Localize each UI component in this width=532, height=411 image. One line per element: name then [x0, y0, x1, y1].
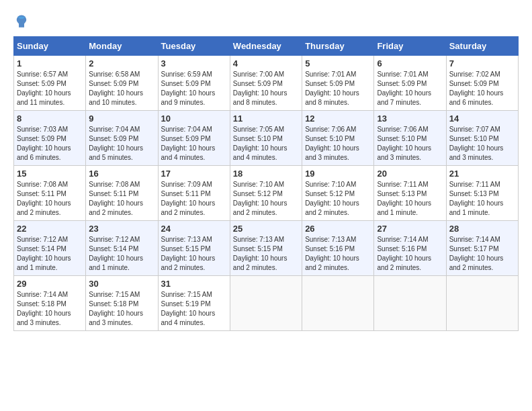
day-info: Sunrise: 7:01 AMSunset: 5:09 PMDaylight:…	[377, 71, 431, 106]
calendar-cell	[230, 276, 302, 331]
calendar-cell: 31 Sunrise: 7:15 AMSunset: 5:19 PMDaylig…	[158, 276, 230, 331]
day-number: 3	[161, 58, 227, 68]
calendar-cell: 10 Sunrise: 7:04 AMSunset: 5:09 PMDaylig…	[158, 111, 230, 166]
weekday-header: Friday	[374, 37, 446, 56]
day-number: 21	[449, 169, 515, 179]
day-number: 15	[17, 169, 83, 179]
calendar-cell: 5 Sunrise: 7:01 AMSunset: 5:09 PMDayligh…	[302, 56, 374, 111]
calendar-cell: 7 Sunrise: 7:02 AMSunset: 5:09 PMDayligh…	[446, 56, 518, 111]
weekday-header: Tuesday	[158, 37, 230, 56]
calendar-cell: 1 Sunrise: 6:57 AMSunset: 5:09 PMDayligh…	[14, 56, 86, 111]
weekday-header: Monday	[86, 37, 158, 56]
day-info: Sunrise: 7:13 AMSunset: 5:16 PMDaylight:…	[305, 236, 359, 271]
day-number: 30	[89, 279, 154, 289]
day-info: Sunrise: 7:10 AMSunset: 5:12 PMDaylight:…	[305, 181, 359, 216]
day-info: Sunrise: 7:14 AMSunset: 5:18 PMDaylight:…	[17, 291, 71, 326]
day-info: Sunrise: 7:01 AMSunset: 5:09 PMDaylight:…	[305, 71, 359, 106]
day-number: 10	[161, 113, 227, 124]
day-number: 28	[449, 224, 515, 234]
day-info: Sunrise: 7:10 AMSunset: 5:12 PMDaylight:…	[233, 181, 287, 216]
day-info: Sunrise: 6:59 AMSunset: 5:09 PMDaylight:…	[161, 71, 216, 106]
calendar-cell: 16 Sunrise: 7:08 AMSunset: 5:11 PMDaylig…	[86, 166, 158, 221]
day-info: Sunrise: 7:15 AMSunset: 5:19 PMDaylight:…	[161, 291, 216, 326]
day-number: 16	[89, 169, 154, 179]
day-number: 9	[89, 113, 154, 124]
day-number: 31	[161, 279, 227, 289]
day-number: 19	[305, 169, 371, 179]
calendar-cell: 23 Sunrise: 7:12 AMSunset: 5:14 PMDaylig…	[86, 221, 158, 276]
day-number: 17	[161, 169, 227, 179]
calendar-cell: 20 Sunrise: 7:11 AMSunset: 5:13 PMDaylig…	[374, 166, 446, 221]
day-number: 4	[233, 58, 299, 68]
day-info: Sunrise: 7:14 AMSunset: 5:16 PMDaylight:…	[377, 236, 431, 271]
day-info: Sunrise: 7:12 AMSunset: 5:14 PMDaylight:…	[17, 236, 71, 271]
calendar-cell: 28 Sunrise: 7:14 AMSunset: 5:17 PMDaylig…	[446, 221, 518, 276]
calendar-cell: 25 Sunrise: 7:13 AMSunset: 5:15 PMDaylig…	[230, 221, 302, 276]
calendar-cell: 22 Sunrise: 7:12 AMSunset: 5:14 PMDaylig…	[14, 221, 86, 276]
day-number: 11	[233, 113, 299, 124]
calendar-cell: 18 Sunrise: 7:10 AMSunset: 5:12 PMDaylig…	[230, 166, 302, 221]
calendar-cell: 2 Sunrise: 6:58 AMSunset: 5:09 PMDayligh…	[86, 56, 158, 111]
day-number: 5	[305, 58, 371, 68]
page-header	[13, 13, 519, 30]
day-number: 13	[377, 113, 443, 124]
calendar-week-row: 1 Sunrise: 6:57 AMSunset: 5:09 PMDayligh…	[14, 56, 519, 111]
day-number: 24	[161, 224, 227, 234]
day-number: 7	[449, 58, 515, 68]
day-number: 26	[305, 224, 371, 234]
calendar-cell: 11 Sunrise: 7:05 AMSunset: 5:10 PMDaylig…	[230, 111, 302, 166]
day-number: 2	[89, 58, 154, 68]
calendar-cell: 6 Sunrise: 7:01 AMSunset: 5:09 PMDayligh…	[374, 56, 446, 111]
day-info: Sunrise: 7:13 AMSunset: 5:15 PMDaylight:…	[233, 236, 287, 271]
day-number: 25	[233, 224, 299, 234]
calendar-week-row: 8 Sunrise: 7:03 AMSunset: 5:09 PMDayligh…	[14, 111, 519, 166]
day-number: 18	[233, 169, 299, 179]
calendar-cell: 19 Sunrise: 7:10 AMSunset: 5:12 PMDaylig…	[302, 166, 374, 221]
day-info: Sunrise: 7:12 AMSunset: 5:14 PMDaylight:…	[89, 236, 143, 271]
calendar-cell: 8 Sunrise: 7:03 AMSunset: 5:09 PMDayligh…	[14, 111, 86, 166]
calendar-cell	[302, 276, 374, 331]
calendar-cell: 15 Sunrise: 7:08 AMSunset: 5:11 PMDaylig…	[14, 166, 86, 221]
calendar-cell: 14 Sunrise: 7:07 AMSunset: 5:10 PMDaylig…	[446, 111, 518, 166]
weekday-header: Saturday	[446, 37, 518, 56]
calendar-cell: 9 Sunrise: 7:04 AMSunset: 5:09 PMDayligh…	[86, 111, 158, 166]
day-info: Sunrise: 7:03 AMSunset: 5:09 PMDaylight:…	[17, 126, 71, 161]
day-number: 20	[377, 169, 443, 179]
calendar-cell: 12 Sunrise: 7:06 AMSunset: 5:10 PMDaylig…	[302, 111, 374, 166]
day-info: Sunrise: 7:08 AMSunset: 5:11 PMDaylight:…	[17, 181, 71, 216]
calendar-table: SundayMondayTuesdayWednesdayThursdayFrid…	[13, 36, 519, 331]
day-number: 29	[17, 279, 83, 289]
calendar-header-row: SundayMondayTuesdayWednesdayThursdayFrid…	[14, 37, 519, 56]
calendar-cell: 4 Sunrise: 7:00 AMSunset: 5:09 PMDayligh…	[230, 56, 302, 111]
day-info: Sunrise: 7:02 AMSunset: 5:09 PMDaylight:…	[449, 71, 504, 106]
calendar-cell: 21 Sunrise: 7:11 AMSunset: 5:13 PMDaylig…	[446, 166, 518, 221]
day-info: Sunrise: 7:05 AMSunset: 5:10 PMDaylight:…	[233, 126, 287, 161]
day-info: Sunrise: 6:57 AMSunset: 5:09 PMDaylight:…	[17, 71, 71, 106]
day-number: 8	[17, 113, 83, 124]
day-info: Sunrise: 7:13 AMSunset: 5:15 PMDaylight:…	[161, 236, 216, 271]
day-number: 22	[17, 224, 83, 234]
logo	[13, 13, 32, 30]
day-info: Sunrise: 7:06 AMSunset: 5:10 PMDaylight:…	[305, 126, 359, 161]
calendar-week-row: 22 Sunrise: 7:12 AMSunset: 5:14 PMDaylig…	[14, 221, 519, 276]
day-number: 14	[449, 113, 515, 124]
calendar-cell: 24 Sunrise: 7:13 AMSunset: 5:15 PMDaylig…	[158, 221, 230, 276]
day-number: 27	[377, 224, 443, 234]
day-info: Sunrise: 7:14 AMSunset: 5:17 PMDaylight:…	[449, 236, 504, 271]
day-number: 12	[305, 113, 371, 124]
day-info: Sunrise: 7:07 AMSunset: 5:10 PMDaylight:…	[449, 126, 504, 161]
day-info: Sunrise: 7:00 AMSunset: 5:09 PMDaylight:…	[233, 71, 287, 106]
calendar-cell: 26 Sunrise: 7:13 AMSunset: 5:16 PMDaylig…	[302, 221, 374, 276]
day-info: Sunrise: 7:09 AMSunset: 5:11 PMDaylight:…	[161, 181, 216, 216]
weekday-header: Sunday	[14, 37, 86, 56]
calendar-cell: 13 Sunrise: 7:06 AMSunset: 5:10 PMDaylig…	[374, 111, 446, 166]
calendar-cell: 27 Sunrise: 7:14 AMSunset: 5:16 PMDaylig…	[374, 221, 446, 276]
day-info: Sunrise: 7:11 AMSunset: 5:13 PMDaylight:…	[377, 181, 431, 216]
day-info: Sunrise: 7:08 AMSunset: 5:11 PMDaylight:…	[89, 181, 143, 216]
day-number: 6	[377, 58, 443, 68]
day-number: 1	[17, 58, 83, 68]
day-info: Sunrise: 7:15 AMSunset: 5:18 PMDaylight:…	[89, 291, 143, 326]
day-info: Sunrise: 7:06 AMSunset: 5:10 PMDaylight:…	[377, 126, 431, 161]
day-info: Sunrise: 7:04 AMSunset: 5:09 PMDaylight:…	[161, 126, 216, 161]
weekday-header: Wednesday	[230, 37, 302, 56]
